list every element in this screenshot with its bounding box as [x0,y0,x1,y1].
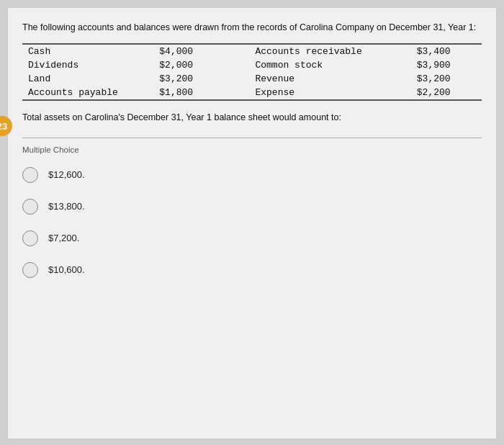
question-text: The following accounts and balances were… [22,21,482,35]
option-text-4: $10,600. [48,264,85,275]
account-left-amount: $3,200 [153,72,229,86]
option-1[interactable]: $12,600. [22,167,482,183]
radio-button-1[interactable] [22,167,38,183]
radio-button-2[interactable] [22,199,38,215]
account-right-amount: $3,200 [411,72,482,86]
account-left-amount: $4,000 [153,44,229,58]
multiple-choice-label: Multiple Choice [22,145,482,154]
account-right-name: Revenue [249,72,410,86]
radio-button-3[interactable] [22,230,38,246]
question-number: 23 [0,116,12,136]
question-card: 23 The following accounts and balances w… [7,7,497,439]
radio-button-4[interactable] [22,262,38,278]
account-left-name: Accounts payable [22,86,153,100]
account-left-amount: $1,800 [153,86,229,100]
option-4[interactable]: $10,600. [22,262,482,278]
account-left-name: Land [22,72,153,86]
account-right-name: Common stock [249,58,410,72]
total-question-text: Total assets on Carolina's December 31, … [22,111,482,125]
option-3[interactable]: $7,200. [22,230,482,246]
account-left-name: Cash [22,44,153,58]
option-text-2: $13,800. [48,201,85,212]
account-left-name: Dividends [22,58,153,72]
account-right-name: Expense [249,86,410,100]
account-left-amount: $2,000 [153,58,229,72]
account-right-amount: $2,200 [411,86,482,100]
option-text-1: $12,600. [48,169,85,180]
option-2[interactable]: $13,800. [22,199,482,215]
option-text-3: $7,200. [48,233,79,243]
divider [22,138,482,138]
account-right-amount: $3,400 [411,44,482,58]
accounts-table: Cash $4,000 Accounts receivable $3,400 D… [22,43,482,101]
options-container: $12,600. $13,800. $7,200. $10,600. [22,167,482,278]
account-right-name: Accounts receivable [249,44,410,58]
account-right-amount: $3,900 [411,58,482,72]
